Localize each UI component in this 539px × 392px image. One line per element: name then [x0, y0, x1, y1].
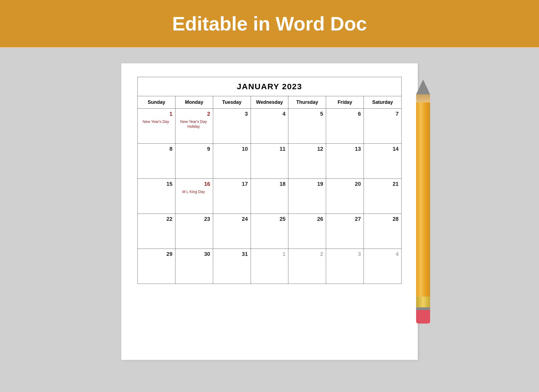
day-number: 14	[365, 146, 399, 152]
day-number: 5	[290, 111, 323, 117]
pencil-tip	[416, 80, 430, 94]
col-tuesday: Tuesday	[213, 96, 251, 109]
calendar-cell: 30	[175, 249, 213, 284]
calendar-cell: 26	[288, 214, 326, 249]
event-text: New Year's Day Holiday	[177, 119, 210, 129]
day-number: 11	[253, 146, 286, 152]
calendar-title: JANUARY 2023	[138, 77, 402, 96]
calendar: JANUARY 2023 Sunday Monday Tuesday Wedne…	[137, 77, 402, 284]
day-number: 27	[328, 216, 361, 222]
calendar-cell: 16 M L King Day	[175, 179, 213, 214]
week-row: 22 23 24 25 26 27 28	[138, 214, 402, 249]
calendar-cell: 3	[326, 249, 364, 284]
pencil-band	[416, 307, 430, 310]
calendar-cell: 31	[213, 249, 251, 284]
day-number: 26	[290, 216, 323, 222]
calendar-cell: 22	[138, 214, 175, 249]
day-number: 6	[328, 111, 361, 117]
day-number: 1	[139, 111, 172, 117]
calendar-cell: 2	[288, 249, 326, 284]
calendar-cell: 1 New Year's Day	[138, 109, 175, 144]
day-number: 29	[139, 251, 172, 257]
day-number: 9	[177, 146, 210, 152]
pencil-wood	[416, 94, 430, 102]
day-number: 4	[253, 111, 286, 117]
col-sunday: Sunday	[138, 96, 175, 109]
col-friday: Friday	[326, 96, 364, 109]
event-text: M L King Day	[177, 189, 210, 194]
calendar-cell: 10	[213, 144, 251, 179]
header-banner: Editable in Word Doc	[0, 0, 539, 47]
calendar-cell: 4	[251, 109, 288, 144]
day-number: 18	[253, 181, 286, 187]
calendar-cell: 3	[213, 109, 251, 144]
day-number: 13	[328, 146, 361, 152]
day-number: 20	[328, 181, 361, 187]
calendar-header-row: Sunday Monday Tuesday Wednesday Thursday…	[138, 96, 402, 109]
col-monday: Monday	[175, 96, 213, 109]
col-thursday: Thursday	[288, 96, 326, 109]
pencil-eraser	[416, 310, 430, 324]
day-number: 31	[215, 251, 248, 257]
week-row: 29 30 31 1 2 3 4	[138, 249, 402, 284]
calendar-cell: 25	[251, 214, 288, 249]
day-number: 30	[177, 251, 210, 257]
main-content: JANUARY 2023 Sunday Monday Tuesday Wedne…	[0, 47, 539, 392]
week-row: 1 New Year's Day 2 New Year's Day Holida…	[138, 109, 402, 144]
calendar-cell: 14	[364, 144, 402, 179]
calendar-cell: 6	[326, 109, 364, 144]
day-number: 4	[365, 251, 399, 257]
day-number: 24	[215, 216, 248, 222]
day-number: 1	[253, 251, 286, 257]
calendar-cell: 4	[364, 249, 402, 284]
calendar-cell: 24	[213, 214, 251, 249]
calendar-cell: 7	[364, 109, 402, 144]
day-number: 3	[215, 111, 248, 117]
pencil	[416, 80, 430, 322]
day-number: 12	[290, 146, 323, 152]
header-title: Editable in Word Doc	[172, 13, 367, 35]
calendar-cell: 13	[326, 144, 364, 179]
calendar-cell: 8	[138, 144, 175, 179]
calendar-cell: 20	[326, 179, 364, 214]
day-number: 16	[177, 181, 210, 187]
calendar-cell: 27	[326, 214, 364, 249]
day-number: 2	[177, 111, 210, 117]
day-number: 15	[139, 181, 172, 187]
calendar-cell: 11	[251, 144, 288, 179]
day-number: 28	[365, 216, 399, 222]
calendar-cell: 12	[288, 144, 326, 179]
col-saturday: Saturday	[364, 96, 402, 109]
calendar-cell: 1	[251, 249, 288, 284]
calendar-cell: 5	[288, 109, 326, 144]
day-number: 7	[365, 111, 399, 117]
calendar-cell: 9	[175, 144, 213, 179]
pencil-body	[416, 102, 430, 297]
calendar-cell: 23	[175, 214, 213, 249]
day-number: 22	[139, 216, 172, 222]
day-number: 23	[177, 216, 210, 222]
col-wednesday: Wednesday	[251, 96, 288, 109]
day-number: 10	[215, 146, 248, 152]
week-row: 15 16 M L King Day 17 18 19 20	[138, 179, 402, 214]
day-number: 19	[290, 181, 323, 187]
day-number: 3	[328, 251, 361, 257]
day-number: 21	[365, 181, 399, 187]
day-number: 25	[253, 216, 286, 222]
calendar-cell: 18	[251, 179, 288, 214]
page-area: JANUARY 2023 Sunday Monday Tuesday Wedne…	[121, 63, 418, 360]
calendar-cell: 28	[364, 214, 402, 249]
calendar-cell: 29	[138, 249, 175, 284]
pencil-decoration	[412, 80, 434, 344]
calendar-cell: 21	[364, 179, 402, 214]
event-text: New Year's Day	[139, 119, 172, 124]
calendar-title-row: JANUARY 2023	[138, 77, 402, 96]
calendar-cell: 17	[213, 179, 251, 214]
day-number: 2	[290, 251, 323, 257]
calendar-cell: 19	[288, 179, 326, 214]
calendar-cell: 15	[138, 179, 175, 214]
week-row: 8 9 10 11 12 13 14	[138, 144, 402, 179]
pencil-ferrule	[416, 297, 430, 307]
day-number: 8	[139, 146, 172, 152]
calendar-cell: 2 New Year's Day Holiday	[175, 109, 213, 144]
